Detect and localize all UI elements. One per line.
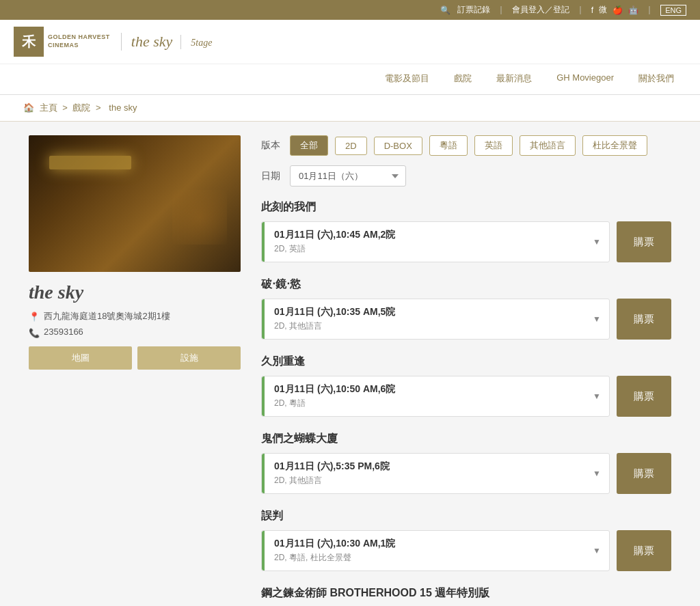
- nav-movies[interactable]: 電影及節目: [373, 64, 442, 94]
- date-label: 日期: [261, 170, 280, 182]
- breadcrumb-cinema[interactable]: 戲院: [72, 102, 90, 113]
- facebook-icon[interactable]: f: [591, 5, 593, 15]
- breadcrumb-home[interactable]: 主頁: [40, 102, 57, 113]
- breadcrumb-sep2: >: [96, 102, 103, 113]
- version-label: 版本: [261, 139, 280, 152]
- nav-moviegoer[interactable]: GH Moviegoer: [544, 64, 626, 94]
- showtime-box-1: 01月11日 (六),10:35 AM,5院 2D, 其他語言 ▼: [261, 299, 610, 340]
- main-content: the sky 📍 西九龍海庭道18號奧海城2期1樓 📞 23593166 地圖…: [15, 135, 685, 606]
- movie-title-0: 此刻的我們: [261, 200, 671, 215]
- movie-section-0: 此刻的我們 01月11日 (六),10:45 AM,2院 2D, 英語 ▼ 購票: [261, 200, 671, 262]
- cinema-image: [29, 135, 241, 272]
- showtime-dropdown-0[interactable]: ▼: [584, 222, 609, 262]
- header: 禾 GOLDEN HARVESTCINEMAS the sky 5tage 電影…: [0, 20, 700, 95]
- right-column: 版本 全部 2D D-BOX 粵語 英語 其他語言 杜比全景聲 日期 01月11…: [261, 135, 671, 606]
- the-sky-logo[interactable]: the sky: [121, 33, 172, 51]
- stage-logo: 5tage: [180, 35, 212, 49]
- movie-section-4: 誤判 01月11日 (六),10:30 AM,1院 2D, 粵語, 杜比全景聲 …: [261, 509, 671, 571]
- logo-icon: 禾: [22, 33, 36, 51]
- map-button[interactable]: 地圖: [29, 346, 132, 370]
- weibo-icon[interactable]: 微: [599, 4, 607, 16]
- cinema-phone: 23593166: [44, 327, 83, 337]
- movie-title-2: 久別重逢: [261, 355, 671, 369]
- showtime-time-4: 01月11日 (六),10:30 AM,1院: [274, 538, 575, 550]
- showtime-row-1: 01月11日 (六),10:35 AM,5院 2D, 其他語言 ▼ 購票: [261, 299, 671, 340]
- date-select[interactable]: 01月11日（六） 01月12日（日） 01月13日（一）: [290, 165, 406, 187]
- movie-section-2: 久別重逢 01月11日 (六),10:50 AM,6院 2D, 粵語 ▼ 購票: [261, 355, 671, 417]
- social-icons: f 微 🍎 🤖: [591, 4, 638, 16]
- booking-history-link[interactable]: 訂票記錄: [457, 4, 490, 16]
- facility-button[interactable]: 設施: [137, 346, 241, 370]
- logo-text: GOLDEN HARVESTCINEMAS: [48, 33, 110, 49]
- movie-title-3: 鬼們之蝴蝶大廈: [261, 432, 671, 446]
- golden-harvest-logo: 禾 GOLDEN HARVESTCINEMAS: [14, 27, 110, 57]
- left-column: the sky 📍 西九龍海庭道18號奧海城2期1樓 📞 23593166 地圖…: [29, 135, 241, 370]
- breadcrumb-current: the sky: [109, 102, 137, 113]
- showtime-dropdown-1[interactable]: ▼: [584, 299, 609, 339]
- showtime-box-2: 01月11日 (六),10:50 AM,6院 2D, 粵語 ▼: [261, 376, 610, 417]
- movie-title-4: 誤判: [261, 509, 671, 523]
- filter-2d[interactable]: 2D: [335, 137, 367, 155]
- breadcrumb: 🏠 主頁 > 戲院 > the sky: [0, 95, 700, 122]
- showtime-row-4: 01月11日 (六),10:30 AM,1院 2D, 粵語, 杜比全景聲 ▼ 購…: [261, 530, 671, 571]
- nav-about[interactable]: 關於我們: [626, 64, 686, 94]
- cinema-phone-row: 📞 23593166: [29, 327, 241, 338]
- buy-button-1[interactable]: 購票: [617, 299, 671, 340]
- cinema-buttons: 地圖 設施: [29, 346, 241, 370]
- showtime-detail-1: 2D, 其他語言: [274, 320, 575, 332]
- buy-button-2[interactable]: 購票: [617, 376, 671, 417]
- android-icon[interactable]: 🤖: [628, 5, 638, 15]
- movie-title-1: 破‧鏡‧慾: [261, 277, 671, 292]
- logo-box: 禾: [14, 27, 44, 57]
- showtime-detail-4: 2D, 粵語, 杜比全景聲: [274, 552, 575, 564]
- movie-title-5: 鋼之鍊金術師 BROTHERHOOD 15 週年特別版: [261, 586, 671, 601]
- search-icon[interactable]: 🔍: [440, 5, 450, 15]
- showtime-row-2: 01月11日 (六),10:50 AM,6院 2D, 粵語 ▼ 購票: [261, 376, 671, 417]
- filter-dolby[interactable]: 杜比全景聲: [582, 135, 647, 156]
- main-nav: 電影及節目 戲院 最新消息 GH Moviegoer 關於我們: [0, 64, 700, 94]
- date-filter: 日期 01月11日（六） 01月12日（日） 01月13日（一）: [261, 165, 671, 187]
- filter-all[interactable]: 全部: [290, 135, 328, 156]
- version-filter: 版本 全部 2D D-BOX 粵語 英語 其他語言 杜比全景聲: [261, 135, 671, 156]
- filter-english[interactable]: 英語: [474, 135, 513, 156]
- logo-area: 禾 GOLDEN HARVESTCINEMAS the sky 5tage: [14, 27, 212, 57]
- movie-section-5: 鋼之鍊金術師 BROTHERHOOD 15 週年特別版 01月11日 (六),4…: [261, 586, 671, 606]
- showtime-dropdown-2[interactable]: ▼: [584, 376, 609, 416]
- showtime-content-4: 01月11日 (六),10:30 AM,1院 2D, 粵語, 杜比全景聲: [265, 531, 584, 570]
- showtime-row-0: 01月11日 (六),10:45 AM,2院 2D, 英語 ▼ 購票: [261, 221, 671, 262]
- divider2: ｜: [576, 4, 584, 16]
- cinema-address-row: 📍 西九龍海庭道18號奧海城2期1樓: [29, 310, 241, 322]
- divider: ｜: [497, 4, 505, 16]
- phone-icon: 📞: [29, 328, 40, 338]
- filter-cantonese[interactable]: 粵語: [429, 135, 468, 156]
- showtime-time-2: 01月11日 (六),10:50 AM,6院: [274, 383, 575, 396]
- login-link[interactable]: 會員登入／登記: [512, 4, 569, 16]
- showtime-box-4: 01月11日 (六),10:30 AM,1院 2D, 粵語, 杜比全景聲 ▼: [261, 530, 610, 571]
- cinema-address: 西九龍海庭道18號奧海城2期1樓: [44, 310, 170, 322]
- filter-dbox[interactable]: D-BOX: [374, 137, 422, 155]
- buy-button-0[interactable]: 購票: [617, 221, 671, 262]
- showtime-content-1: 01月11日 (六),10:35 AM,5院 2D, 其他語言: [265, 299, 584, 339]
- showtime-detail-2: 2D, 粵語: [274, 398, 575, 409]
- buy-button-4[interactable]: 購票: [617, 530, 671, 571]
- lang-button[interactable]: ENG: [660, 5, 686, 16]
- showtime-time-0: 01月11日 (六),10:45 AM,2院: [274, 229, 575, 241]
- location-icon: 📍: [29, 312, 40, 322]
- nav-cinemas[interactable]: 戲院: [442, 64, 484, 94]
- showtime-content-3: 01月11日 (六),5:35 PM,6院 2D, 其他語言: [265, 454, 584, 493]
- showtime-content-2: 01月11日 (六),10:50 AM,6院 2D, 粵語: [265, 376, 584, 416]
- showtime-dropdown-3[interactable]: ▼: [584, 454, 609, 493]
- movies-list: 此刻的我們 01月11日 (六),10:45 AM,2院 2D, 英語 ▼ 購票…: [261, 200, 671, 606]
- showtime-time-1: 01月11日 (六),10:35 AM,5院: [274, 306, 575, 318]
- movie-section-1: 破‧鏡‧慾 01月11日 (六),10:35 AM,5院 2D, 其他語言 ▼ …: [261, 277, 671, 340]
- showtime-time-3: 01月11日 (六),5:35 PM,6院: [274, 460, 575, 473]
- showtime-dropdown-4[interactable]: ▼: [584, 531, 609, 570]
- breadcrumb-sep1: >: [62, 102, 70, 113]
- showtime-detail-0: 2D, 英語: [274, 243, 575, 255]
- buy-button-3[interactable]: 購票: [617, 453, 671, 494]
- nav-news[interactable]: 最新消息: [484, 64, 544, 94]
- cinema-name: the sky: [29, 281, 241, 303]
- filter-other-lang[interactable]: 其他語言: [520, 135, 576, 156]
- home-icon: 🏠: [23, 102, 34, 113]
- apple-icon[interactable]: 🍎: [612, 5, 623, 15]
